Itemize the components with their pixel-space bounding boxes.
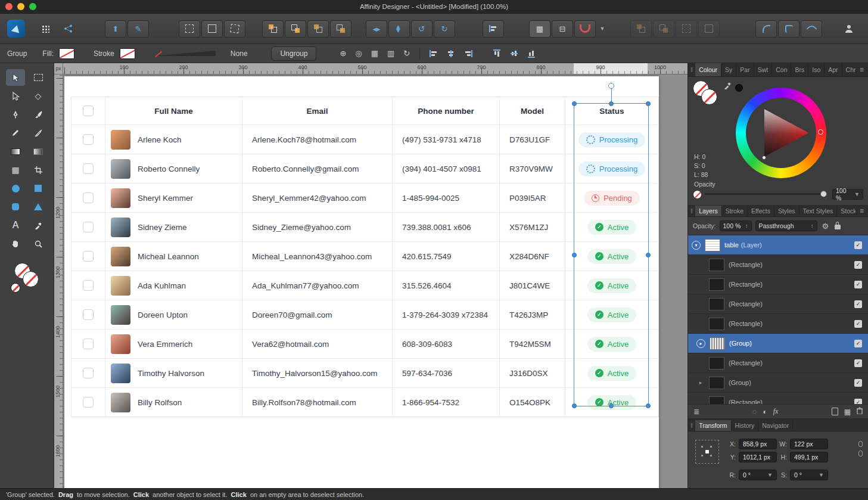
align-center-button[interactable] <box>445 50 457 57</box>
share-button[interactable] <box>57 20 79 38</box>
avatar[interactable] <box>111 247 130 266</box>
transform-origin-selector[interactable] <box>695 440 719 464</box>
fill-swatch-circle[interactable] <box>701 89 717 105</box>
status-badge[interactable]: ✓Active <box>587 395 636 410</box>
avatar[interactable] <box>111 130 130 150</box>
email-cell[interactable]: Arlene.Koch78@hotmail.com <box>242 125 393 154</box>
w-input[interactable]: 122 px <box>790 439 828 449</box>
panel-tab-effects[interactable]: Effects <box>748 206 774 216</box>
full-name-cell[interactable]: Micheal Leannon <box>105 242 242 271</box>
table-row[interactable]: Arlene Koch Arlene.Koch78@hotmail.com (4… <box>71 125 658 154</box>
layer-visibility-checkbox[interactable]: ✓ <box>854 281 862 288</box>
row-checkbox-cell[interactable] <box>71 213 105 241</box>
studio-tab-brs[interactable]: Brs <box>791 63 808 76</box>
layer-thumbnail[interactable] <box>709 357 724 369</box>
status-cell[interactable]: ✓Active <box>565 359 658 387</box>
y-input[interactable]: 1012,1 px <box>739 452 777 462</box>
row-checkbox[interactable] <box>83 338 94 349</box>
brush-tool[interactable] <box>29 106 48 123</box>
layer-row[interactable]: (Rectangle) ✓ <box>688 353 868 373</box>
delete-layer-icon[interactable] <box>857 407 863 416</box>
status-cell[interactable]: ✓Active <box>565 242 658 271</box>
transform-tab-history[interactable]: History <box>732 420 759 431</box>
text-tool[interactable]: A <box>6 217 25 234</box>
design-table[interactable]: Full Name Email Phone number Model Statu… <box>71 97 659 417</box>
header-email[interactable]: Email <box>242 97 393 125</box>
table-row[interactable]: Billy Rolfson Billy.Rolfson78@hotmail.co… <box>71 388 658 417</box>
layer-visibility-checkbox[interactable]: ✓ <box>854 340 862 347</box>
triangle-tool[interactable] <box>29 198 48 215</box>
move-to-front-button[interactable] <box>262 20 284 38</box>
ungroup-button[interactable]: Ungroup <box>271 46 316 61</box>
colour-wheel[interactable] <box>736 88 826 178</box>
email-cell[interactable]: Roberto.Connelly@gmail.com <box>242 154 393 183</box>
pixel-persona-button[interactable]: ✎ <box>127 20 149 38</box>
rotation-handle[interactable] <box>608 83 614 89</box>
shade-marker[interactable] <box>762 156 766 160</box>
marquee-add-button[interactable] <box>201 20 223 38</box>
full-name-cell[interactable]: Vera Emmerich <box>105 330 242 358</box>
layer-row[interactable]: ▾ table (Layer) ✓ <box>688 235 868 255</box>
row-checkbox-cell[interactable] <box>71 242 105 271</box>
no-colour-well[interactable] <box>11 283 20 293</box>
colour-picker-button[interactable] <box>724 82 732 91</box>
phone-cell[interactable]: (394) 401-4507 x0981 <box>393 154 500 183</box>
layer-row[interactable]: (Rectangle) ✓ <box>688 275 868 294</box>
model-cell[interactable]: T942M5SM <box>500 330 565 358</box>
rotate-selection-box-button[interactable]: ↻ <box>402 49 412 58</box>
panel-menu-icon[interactable]: ≡ <box>855 207 868 215</box>
move-forward-button[interactable] <box>285 20 306 38</box>
table-row[interactable]: Doreen Upton Doreen70@gmail.com 1-379-26… <box>71 300 658 330</box>
header-checkbox[interactable] <box>83 105 94 116</box>
phone-cell[interactable]: 420.615.7549 <box>393 242 500 271</box>
document-page[interactable]: Full Name Email Phone number Model Statu… <box>64 76 659 488</box>
pen-tool[interactable] <box>6 106 25 123</box>
phone-cell[interactable]: 1-866-954-7532 <box>393 388 500 417</box>
panel-tab-layers[interactable]: Layers <box>695 206 722 216</box>
close-window-button[interactable] <box>5 3 13 10</box>
full-name-cell[interactable]: Doreen Upton <box>105 300 242 329</box>
row-checkbox-cell[interactable] <box>71 154 105 183</box>
model-cell[interactable]: T426J3MP <box>500 300 565 329</box>
stroke-swatch[interactable] <box>120 48 135 59</box>
email-cell[interactable]: Sidney_Zieme@yahoo.com <box>242 213 393 241</box>
email-cell[interactable]: Micheal_Leannon43@yahoo.com <box>242 242 393 271</box>
show-alignment-handles-toggle[interactable]: ▥ <box>385 49 396 58</box>
status-cell[interactable]: Pending <box>565 184 658 212</box>
blend-options-gear-icon[interactable]: ⚙ <box>822 222 829 231</box>
studio-tab-con[interactable]: Con <box>772 63 791 76</box>
status-cell[interactable]: ✓Active <box>565 300 658 329</box>
header-checkbox-cell[interactable] <box>71 97 105 125</box>
ruler-unit-corner[interactable]: px <box>54 63 63 74</box>
full-name-cell[interactable]: Sidney Zieme <box>105 213 242 241</box>
layers-stack-icon[interactable]: ≣ <box>693 408 699 416</box>
snapping-dropdown[interactable]: ▼ <box>597 20 608 38</box>
transform-tab-navigator[interactable]: Navigator <box>758 420 793 431</box>
row-checkbox[interactable] <box>83 251 94 262</box>
row-checkbox[interactable] <box>83 397 94 408</box>
shear-input[interactable]: 0 °▼ <box>790 470 828 480</box>
panel-grip-icon[interactable]: ‖ <box>688 67 695 73</box>
studio-tab-sy[interactable]: Sy <box>721 63 736 76</box>
ellipse-tool[interactable] <box>6 180 25 197</box>
panel-tab-stroke[interactable]: Stroke <box>722 206 748 216</box>
model-cell[interactable]: J316D0SX <box>500 359 565 387</box>
layer-row[interactable]: (Rectangle) ✓ <box>688 393 868 404</box>
layer-row[interactable]: (Rectangle) ✓ <box>688 294 868 314</box>
row-checkbox-cell[interactable] <box>71 330 105 358</box>
layer-visibility-checkbox[interactable]: ✓ <box>854 320 862 328</box>
table-row[interactable]: Sheryl Kemmer Sheryl_Kemmer42@yahoo.com … <box>71 184 658 213</box>
show-grid-button[interactable]: ▦ <box>529 20 550 38</box>
studio-tab-iso[interactable]: Iso <box>808 63 825 76</box>
layer-thumbnail[interactable] <box>709 377 724 389</box>
lock-icon[interactable] <box>835 225 841 229</box>
email-cell[interactable]: Vera62@hotmail.com <box>242 330 393 358</box>
full-name-cell[interactable]: Sheryl Kemmer <box>105 184 242 212</box>
status-badge[interactable]: ✓Active <box>587 366 636 381</box>
layer-row[interactable]: (Rectangle) ✓ <box>688 314 868 334</box>
insert-behind-button[interactable] <box>630 20 652 38</box>
insert-on-top-button[interactable] <box>653 20 674 38</box>
phone-cell[interactable]: 597-634-7036 <box>393 359 500 387</box>
snap-divider-button[interactable]: ⊟ <box>552 20 573 38</box>
avatar[interactable] <box>111 218 130 237</box>
